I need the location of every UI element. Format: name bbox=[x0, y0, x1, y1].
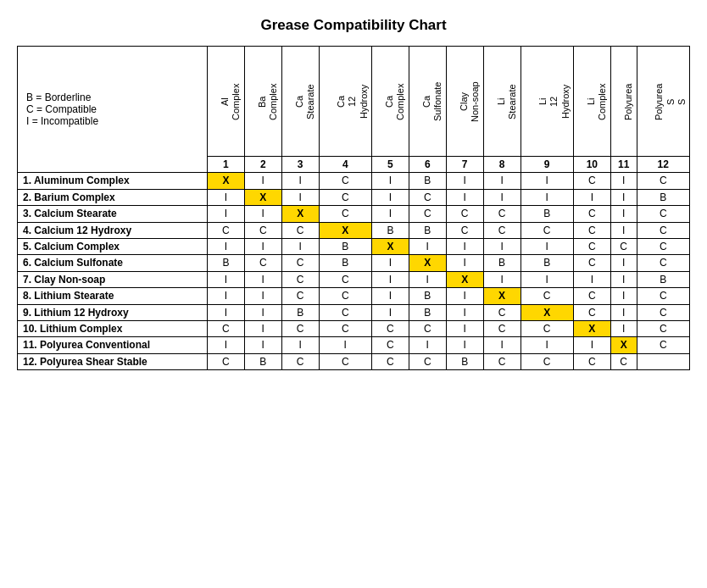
col-header-1: Al Complex bbox=[207, 47, 244, 157]
cell-8-10: C bbox=[573, 288, 610, 304]
cell-1-8: I bbox=[483, 173, 521, 189]
cell-3-9: B bbox=[521, 206, 573, 222]
cell-4-1: C bbox=[207, 222, 244, 238]
cell-8-4: C bbox=[319, 288, 371, 304]
cell-10-1: C bbox=[207, 320, 244, 336]
cell-11-3: I bbox=[281, 337, 319, 353]
col-num-2: 2 bbox=[244, 157, 281, 173]
cell-5-12: C bbox=[637, 238, 689, 254]
cell-3-1: I bbox=[207, 206, 244, 222]
cell-6-7: I bbox=[446, 255, 483, 271]
cell-4-5: B bbox=[371, 222, 409, 238]
cell-11-9: I bbox=[521, 337, 573, 353]
col-header-4: Ca 12 Hydroxy bbox=[319, 47, 371, 157]
cell-10-3: C bbox=[281, 320, 319, 336]
cell-4-10: C bbox=[573, 222, 610, 238]
col-header-2: Ba Complex bbox=[244, 47, 281, 157]
table-row: 3. Calcium StearateIIXCICCCBCIC bbox=[18, 206, 690, 222]
cell-7-1: I bbox=[207, 271, 244, 287]
cell-12-11: C bbox=[610, 353, 637, 369]
cell-8-2: I bbox=[244, 288, 281, 304]
cell-5-8: I bbox=[483, 238, 521, 254]
cell-11-5: C bbox=[371, 337, 409, 353]
col-num-10: 10 bbox=[573, 157, 610, 173]
cell-8-1: I bbox=[207, 288, 244, 304]
table-row: 11. Polyurea ConventionalIIIICIIIIIXC bbox=[18, 337, 690, 353]
cell-2-9: I bbox=[521, 189, 573, 205]
cell-6-8: B bbox=[483, 255, 521, 271]
cell-12-7: B bbox=[446, 353, 483, 369]
col-header-11: Polyurea bbox=[610, 47, 637, 157]
cell-6-4: B bbox=[319, 255, 371, 271]
cell-6-10: C bbox=[573, 255, 610, 271]
cell-10-7: I bbox=[446, 320, 483, 336]
cell-11-1: I bbox=[207, 337, 244, 353]
col-header-12: Polyurea S S bbox=[637, 47, 689, 157]
cell-1-10: C bbox=[573, 173, 610, 189]
cell-6-12: C bbox=[637, 255, 689, 271]
cell-10-2: I bbox=[244, 320, 281, 336]
cell-11-4: I bbox=[319, 337, 371, 353]
cell-5-11: C bbox=[610, 238, 637, 254]
cell-12-9: C bbox=[521, 353, 573, 369]
cell-6-2: C bbox=[244, 255, 281, 271]
cell-4-7: C bbox=[446, 222, 483, 238]
cell-1-7: I bbox=[446, 173, 483, 189]
table-row: 6. Calcium SulfonateBCCBIXIBBCIC bbox=[18, 255, 690, 271]
cell-10-6: C bbox=[409, 320, 446, 336]
col-num-11: 11 bbox=[610, 157, 637, 173]
col-header-9: Li 12 Hydroxy bbox=[521, 47, 573, 157]
cell-6-1: B bbox=[207, 255, 244, 271]
cell-10-8: C bbox=[483, 320, 521, 336]
table-row: 4. Calcium 12 HydroxyCCCXBBCCCCIC bbox=[18, 222, 690, 238]
cell-9-4: C bbox=[319, 304, 371, 320]
row-label-6: 6. Calcium Sulfonate bbox=[18, 255, 208, 271]
cell-7-10: I bbox=[573, 271, 610, 287]
col-header-7: Clay Non-soap bbox=[446, 47, 483, 157]
cell-12-8: C bbox=[483, 353, 521, 369]
table-body: 1. Aluminum ComplexXIICIBIIICIC2. Barium… bbox=[18, 173, 690, 370]
cell-12-12 bbox=[637, 353, 689, 369]
cell-7-9: I bbox=[521, 271, 573, 287]
row-label-2: 2. Barium Complex bbox=[18, 189, 208, 205]
cell-7-7: X bbox=[446, 271, 483, 287]
cell-8-5: I bbox=[371, 288, 409, 304]
cell-6-5: I bbox=[371, 255, 409, 271]
col-num-9: 9 bbox=[521, 157, 573, 173]
cell-5-10: C bbox=[573, 238, 610, 254]
cell-7-2: I bbox=[244, 271, 281, 287]
cell-12-6: C bbox=[409, 353, 446, 369]
cell-8-6: B bbox=[409, 288, 446, 304]
row-label-3: 3. Calcium Stearate bbox=[18, 206, 208, 222]
cell-10-11: I bbox=[610, 320, 637, 336]
cell-11-12: C bbox=[637, 337, 689, 353]
table-row: 9. Lithium 12 HydroxyIIBCIBICXCIC bbox=[18, 304, 690, 320]
row-label-4: 4. Calcium 12 Hydroxy bbox=[18, 222, 208, 238]
cell-5-7: I bbox=[446, 238, 483, 254]
cell-1-12: C bbox=[637, 173, 689, 189]
row-label-11: 11. Polyurea Conventional bbox=[18, 337, 208, 353]
cell-10-10: X bbox=[573, 320, 610, 336]
cell-2-8: I bbox=[483, 189, 521, 205]
col-num-6: 6 bbox=[409, 157, 446, 173]
cell-2-5: I bbox=[371, 189, 409, 205]
table-row: 1. Aluminum ComplexXIICIBIIICIC bbox=[18, 173, 690, 189]
cell-9-9: X bbox=[521, 304, 573, 320]
cell-9-11: I bbox=[610, 304, 637, 320]
cell-4-4: X bbox=[319, 222, 371, 238]
cell-8-8: X bbox=[483, 288, 521, 304]
legend-b: B = Borderline bbox=[26, 92, 198, 103]
cell-5-3: I bbox=[281, 238, 319, 254]
legend-c: C = Compatible bbox=[26, 103, 198, 115]
row-label-1: 1. Aluminum Complex bbox=[18, 173, 208, 189]
cell-3-11: I bbox=[610, 206, 637, 222]
col-header-10: Li Complex bbox=[573, 47, 610, 157]
cell-3-6: C bbox=[409, 206, 446, 222]
cell-10-5: C bbox=[371, 320, 409, 336]
cell-2-7: I bbox=[446, 189, 483, 205]
cell-10-4: C bbox=[319, 320, 371, 336]
cell-5-4: B bbox=[319, 238, 371, 254]
row-label-12: 12. Polyurea Shear Stable bbox=[18, 353, 208, 369]
table-row: 8. Lithium StearateIICCIBIXCCIC bbox=[18, 288, 690, 304]
cell-4-6: B bbox=[409, 222, 446, 238]
